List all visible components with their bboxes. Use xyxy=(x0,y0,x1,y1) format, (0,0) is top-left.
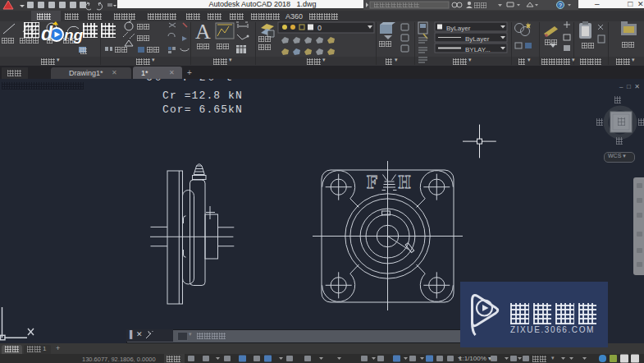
svg-text:F: F xyxy=(367,172,378,192)
svg-text:A: A xyxy=(195,20,211,44)
svg-text:?: ? xyxy=(559,2,562,8)
svg-text:0: 0 xyxy=(317,24,322,32)
svg-text:ByLayer: ByLayer xyxy=(465,35,490,43)
svg-text:H: H xyxy=(399,172,411,192)
svg-text:BYLAY...: BYLAY... xyxy=(465,46,491,53)
svg-text:ByLayer: ByLayer xyxy=(446,25,471,32)
